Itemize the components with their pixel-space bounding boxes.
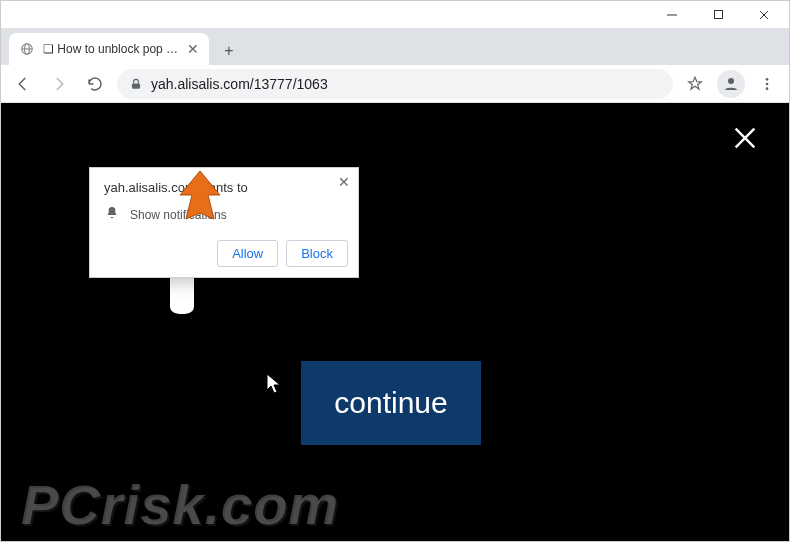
block-button[interactable]: Block xyxy=(286,240,348,267)
globe-icon xyxy=(19,41,35,57)
dialog-origin-text: yah.alisalis.com wants to xyxy=(104,180,344,195)
continue-button[interactable]: continue xyxy=(301,361,481,445)
plus-icon: + xyxy=(224,42,233,60)
dialog-close-button[interactable]: ✕ xyxy=(338,174,350,190)
continue-label: continue xyxy=(334,386,447,420)
svg-point-8 xyxy=(728,78,734,84)
star-icon xyxy=(686,75,704,93)
page-viewport: continue ✕ yah.alisalis.com wants to Sho… xyxy=(1,103,789,542)
arrow-right-icon xyxy=(50,75,68,93)
svg-point-11 xyxy=(766,87,769,90)
reload-button[interactable] xyxy=(81,70,109,98)
watermark-text: PCrisk.com xyxy=(21,472,339,537)
svg-rect-1 xyxy=(714,11,722,19)
window-close-button[interactable] xyxy=(741,1,787,29)
mouse-cursor-icon xyxy=(266,373,282,395)
reload-icon xyxy=(86,75,104,93)
window-maximize-button[interactable] xyxy=(695,1,741,29)
svg-rect-7 xyxy=(132,83,140,88)
menu-button[interactable] xyxy=(753,70,781,98)
back-button[interactable] xyxy=(9,70,37,98)
profile-button[interactable] xyxy=(717,70,745,98)
new-tab-button[interactable]: + xyxy=(215,37,243,65)
bell-icon xyxy=(104,205,120,224)
svg-point-9 xyxy=(766,78,769,81)
close-icon xyxy=(758,9,770,21)
bookmark-button[interactable] xyxy=(681,70,709,98)
person-icon xyxy=(722,75,740,93)
url-text: yah.alisalis.com/13777/1063 xyxy=(151,76,328,92)
close-icon xyxy=(731,124,759,152)
tab-strip: ❏ How to unblock pop up windo ✕ + xyxy=(1,29,789,65)
notification-permission-dialog: ✕ yah.alisalis.com wants to Show notific… xyxy=(89,167,359,278)
minimize-icon xyxy=(666,9,678,21)
forward-button[interactable] xyxy=(45,70,73,98)
window-minimize-button[interactable] xyxy=(649,1,695,29)
orange-pointer-icon xyxy=(176,169,224,225)
browser-toolbar: yah.alisalis.com/13777/1063 xyxy=(1,65,789,103)
arrow-left-icon xyxy=(14,75,32,93)
maximize-icon xyxy=(713,9,724,20)
kebab-icon xyxy=(759,76,775,92)
tab-title: ❏ How to unblock pop up windo xyxy=(43,42,179,56)
page-close-button[interactable] xyxy=(731,123,759,160)
lock-icon xyxy=(129,77,143,91)
tab-close-button[interactable]: ✕ xyxy=(187,41,199,57)
svg-point-10 xyxy=(766,82,769,85)
window-titlebar xyxy=(1,1,789,29)
allow-button[interactable]: Allow xyxy=(217,240,278,267)
address-bar[interactable]: yah.alisalis.com/13777/1063 xyxy=(117,69,673,99)
browser-tab[interactable]: ❏ How to unblock pop up windo ✕ xyxy=(9,33,209,65)
